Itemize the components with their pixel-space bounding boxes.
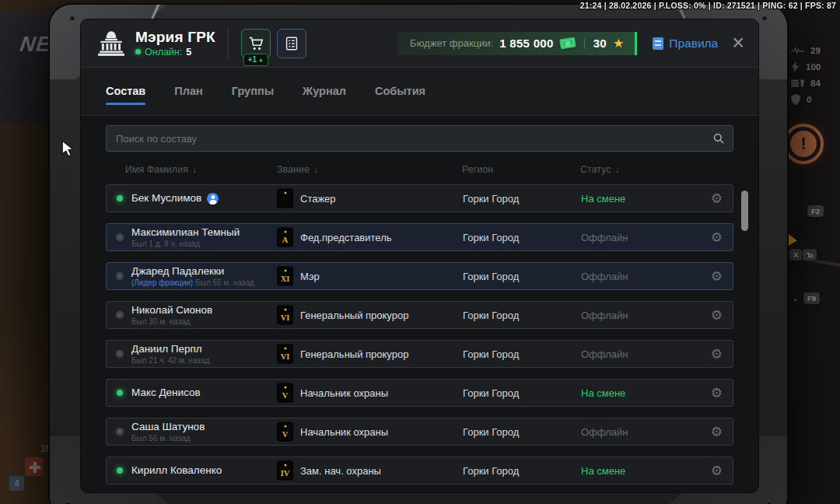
- tab-sostav[interactable]: Состав: [106, 69, 145, 114]
- presence-dot: [117, 390, 123, 396]
- member-name: Николай Сионов: [131, 304, 212, 317]
- member-status: Оффлайн: [581, 271, 628, 282]
- scrollbar-thumb[interactable]: [741, 191, 748, 231]
- person-icon: [207, 193, 219, 205]
- member-status: Оффлайн: [581, 348, 628, 360]
- member-name: Саша Шатунов: [131, 421, 205, 433]
- exclamation-icon: !: [790, 131, 817, 157]
- gear-icon[interactable]: [711, 270, 723, 283]
- budget-stars: 30: [593, 37, 607, 50]
- food-icon: [791, 79, 804, 88]
- member-rank: Начальник охраны: [300, 426, 388, 438]
- table-header: Имя Фамилия Звание Регион Статус: [106, 164, 733, 176]
- member-name: Максимилиан Темный: [131, 226, 240, 239]
- member-status: На смене: [581, 193, 625, 205]
- close-icon[interactable]: [732, 33, 744, 54]
- stat-energy-value: 100: [806, 62, 826, 72]
- gear-icon[interactable]: [711, 348, 723, 361]
- member-status: На смене: [581, 465, 625, 477]
- member-row[interactable]: Саша Шатунов Был 56 м. назад V Начальник…: [106, 418, 733, 446]
- rank-badge-icon: XI: [278, 268, 292, 285]
- last-seen: Был 21 ч. 42 м. назад: [131, 356, 209, 365]
- column-header-status[interactable]: Статус: [580, 164, 620, 175]
- tab-plan[interactable]: План: [174, 69, 202, 114]
- members-panel: Имя Фамилия Звание Регион Статус Бек Мус…: [81, 116, 758, 493]
- stat-energy: 100: [791, 58, 831, 75]
- member-status: На смене: [581, 387, 625, 399]
- budget-amount: 1 855 000: [499, 37, 553, 50]
- server-status-bar: 21:24 | 28.02.2026 | P.LOSS: 0% | ID: 27…: [580, 1, 836, 10]
- shield-icon: [791, 94, 800, 105]
- gear-icon[interactable]: [711, 192, 723, 205]
- gear-icon[interactable]: [711, 425, 723, 439]
- rank-badge-icon: VI: [278, 306, 292, 324]
- presence-dot: [117, 273, 123, 279]
- app-header: Мэрия ГРК Онлайн: 5 +1: [81, 19, 758, 68]
- last-seen: Был 30 м. назад: [131, 317, 212, 326]
- column-header-region: Регион: [462, 164, 493, 175]
- tab-zhurnal[interactable]: Журнал: [303, 69, 346, 114]
- member-row[interactable]: Кирилл Коваленко IV Зам. нач. охраны Гор…: [106, 457, 733, 485]
- tab-sobytiya[interactable]: События: [375, 69, 425, 114]
- gear-icon[interactable]: [711, 464, 723, 478]
- inventory-list-button[interactable]: [277, 29, 306, 58]
- stat-food-value: 84: [810, 79, 831, 88]
- member-name: Бек Муслимов: [131, 192, 201, 205]
- warning-notification: !: [783, 124, 824, 164]
- rank-badge-icon: V: [278, 423, 292, 441]
- last-seen: (Лидер фракции)Был 55 м. назад: [131, 278, 254, 287]
- member-name: Даниил Перпл: [131, 343, 202, 355]
- presence-dot: [117, 429, 123, 435]
- chevron-right-icon: [794, 296, 798, 303]
- member-rank: Начальник охраны: [300, 387, 388, 399]
- online-label: Онлайн:: [145, 47, 182, 58]
- screw-icon: [762, 16, 767, 20]
- member-row[interactable]: Даниил Перпл Был 21 ч. 42 м. назад VI Ге…: [106, 340, 733, 368]
- member-name: Джаред Падалекки: [131, 265, 224, 278]
- member-row[interactable]: Максимилиан Темный Был 1 д. 9 ч. назад A…: [106, 223, 733, 251]
- member-region: Горки Город: [463, 232, 519, 243]
- budget-label: Бюджет фракции:: [410, 37, 493, 49]
- member-list: Бек Муслимов Стажер Горки Город На смене…: [106, 184, 733, 485]
- member-region: Горки Город: [463, 387, 519, 399]
- screw-icon: [70, 16, 75, 20]
- lightning-icon: [791, 61, 800, 72]
- gear-icon[interactable]: [711, 309, 723, 322]
- presence-dot: [117, 467, 123, 474]
- gear-icon[interactable]: [711, 231, 723, 244]
- stat-armor: 0: [791, 91, 831, 107]
- faction-app: Мэрия ГРК Онлайн: 5 +1: [80, 19, 759, 493]
- cart-icon: [247, 35, 264, 52]
- member-name: Макс Денисов: [131, 387, 201, 399]
- presence-dot: [117, 351, 123, 357]
- member-region: Горки Город: [463, 348, 519, 360]
- hotbar-slot: 4: [9, 476, 24, 491]
- rules-label: Правила: [669, 37, 718, 51]
- rank-badge-icon: VI: [278, 345, 292, 363]
- gear-icon[interactable]: [711, 387, 723, 400]
- member-row[interactable]: Джаред Падалекки (Лидер фракции)Был 55 м…: [106, 262, 733, 290]
- presence-dot: [117, 195, 123, 201]
- screw-icon: [767, 501, 772, 504]
- stat-food: 84: [791, 75, 831, 91]
- rank-badge-icon: A: [278, 229, 292, 247]
- member-region: Горки Город: [463, 271, 519, 282]
- column-header-name[interactable]: Имя Фамилия: [125, 164, 197, 175]
- divider: [584, 38, 585, 49]
- member-region: Горки Город: [463, 426, 519, 438]
- game-screen: NEX 10 4 29 100 84 0 ! F2: [0, 0, 840, 504]
- medkit-icon: [25, 457, 44, 476]
- member-row[interactable]: Макс Денисов V Начальник охраны Горки Го…: [106, 379, 733, 407]
- search-input[interactable]: [106, 125, 733, 152]
- rules-button[interactable]: Правила: [653, 37, 718, 51]
- shop-cart-button[interactable]: +1: [241, 29, 271, 58]
- member-region: Горки Город: [463, 310, 519, 321]
- tab-gruppy[interactable]: Группы: [232, 69, 274, 114]
- rank-badge-icon: V: [278, 384, 292, 402]
- key-soft-sign: Ъ: [803, 249, 817, 261]
- star-icon: [613, 37, 624, 50]
- member-rank: Генеральный прокурор: [300, 310, 408, 321]
- member-row[interactable]: Бек Муслимов Стажер Горки Город На смене: [106, 184, 733, 212]
- member-row[interactable]: Николай Сионов Был 30 м. назад VI Генера…: [106, 301, 733, 329]
- column-header-rank[interactable]: Звание: [277, 164, 318, 175]
